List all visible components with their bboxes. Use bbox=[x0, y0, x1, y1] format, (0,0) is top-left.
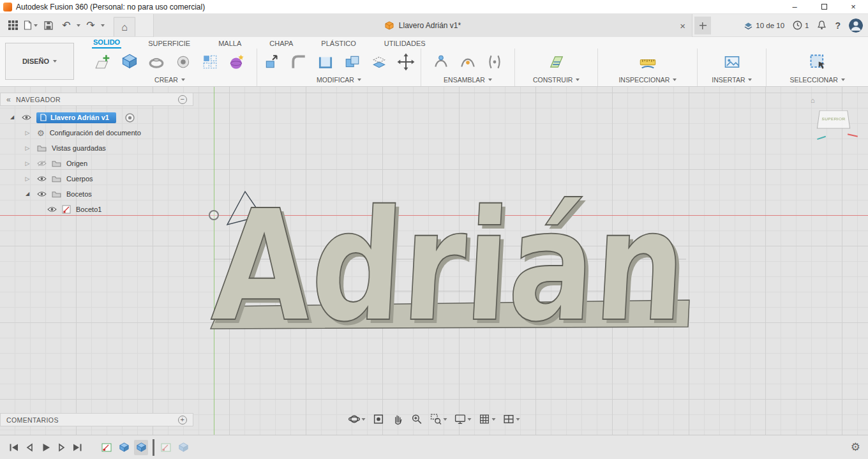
timeline-feature-sketch[interactable] bbox=[100, 440, 114, 455]
timeline-feature-extrude[interactable] bbox=[117, 440, 131, 455]
tab-malla[interactable]: MALLA bbox=[217, 40, 243, 49]
navigator-header[interactable]: « NAVEGADOR − bbox=[0, 93, 193, 106]
navigator-collapse-button[interactable]: − bbox=[178, 95, 187, 104]
insert-tool[interactable] bbox=[721, 51, 743, 73]
pattern-tool[interactable] bbox=[199, 51, 221, 73]
new-document-tab-button[interactable] bbox=[694, 17, 711, 34]
revolve-tool[interactable] bbox=[146, 51, 167, 73]
hole-tool[interactable] bbox=[172, 51, 194, 73]
extrude-tool[interactable] bbox=[119, 51, 140, 73]
create-form-tool[interactable] bbox=[226, 51, 248, 73]
tree-row-saved-views[interactable]: ▷ Vistas guardadas bbox=[0, 140, 193, 156]
group-label-inspeccionar[interactable]: INSPECCIONAR bbox=[618, 75, 677, 86]
document-tab[interactable]: Llavero Adrián v1* × bbox=[153, 14, 692, 37]
comments-expand-button[interactable]: + bbox=[178, 416, 187, 425]
joint-tool[interactable] bbox=[457, 51, 479, 73]
tree-row-document-settings[interactable]: ▷ ⚙ Configuración del documento bbox=[0, 125, 193, 140]
window-minimize-button[interactable]: – bbox=[780, 0, 809, 13]
job-status-button[interactable]: 10 de 10 bbox=[744, 21, 784, 30]
group-label-insertar[interactable]: INSERTAR bbox=[712, 75, 752, 86]
undo-button[interactable]: ↶ bbox=[59, 17, 74, 34]
construction-plane-tool[interactable] bbox=[546, 51, 567, 73]
viewcube[interactable]: ⌂ SUPERIOR bbox=[811, 100, 859, 139]
timeline-go-to-end-button[interactable] bbox=[71, 442, 83, 453]
display-settings-button[interactable] bbox=[453, 412, 473, 426]
viewports-button[interactable] bbox=[502, 412, 521, 426]
timeline-playhead[interactable] bbox=[153, 439, 154, 456]
tab-close-icon[interactable]: × bbox=[680, 21, 685, 31]
measure-tool[interactable] bbox=[637, 51, 659, 73]
select-tool[interactable] bbox=[807, 51, 828, 73]
save-button[interactable] bbox=[41, 17, 56, 34]
undo-history-caret-icon[interactable] bbox=[77, 24, 80, 27]
tab-utilidades[interactable]: UTILIDADES bbox=[383, 40, 427, 49]
viewport-canvas[interactable]: Adrián Adrián ⌂ SUPERIOR « NAVEGADOR − ◢… bbox=[0, 87, 868, 435]
tab-superficie[interactable]: SUPERFICIE bbox=[147, 40, 191, 49]
tab-solido[interactable]: SOLIDO bbox=[92, 38, 121, 49]
comments-header[interactable]: COMENTARIOS + bbox=[0, 413, 193, 426]
orbit-button[interactable] bbox=[347, 412, 367, 426]
account-avatar[interactable] bbox=[849, 19, 863, 33]
root-document-item[interactable]: Llavero Adrián v1 bbox=[36, 112, 116, 123]
expander-icon[interactable]: ◢ bbox=[8, 115, 17, 120]
visibility-eye-icon[interactable] bbox=[37, 191, 47, 197]
collapse-panel-icon[interactable]: « bbox=[6, 96, 11, 103]
grid-snap-button[interactable] bbox=[477, 412, 497, 426]
expander-icon[interactable]: ◢ bbox=[23, 192, 32, 197]
move-copy-tool[interactable] bbox=[395, 51, 417, 73]
as-built-joint-tool[interactable] bbox=[484, 51, 505, 73]
timeline-settings-button[interactable]: ⚙ bbox=[851, 442, 860, 453]
timeline-go-to-start-button[interactable] bbox=[8, 442, 19, 453]
visibility-eye-icon[interactable] bbox=[47, 206, 57, 213]
data-panel-button[interactable] bbox=[5, 17, 20, 34]
expander-icon[interactable]: ▷ bbox=[23, 130, 32, 136]
group-label-seleccionar[interactable]: SELECCIONAR bbox=[789, 75, 844, 86]
viewcube-top-face[interactable]: SUPERIOR bbox=[817, 110, 850, 129]
tree-row-origin[interactable]: ▷ Origen bbox=[0, 156, 193, 171]
redo-button[interactable]: ↷ bbox=[83, 17, 98, 34]
fillet-tool[interactable] bbox=[288, 51, 310, 73]
visibility-eye-off-icon[interactable] bbox=[37, 160, 47, 167]
activate-component-radio[interactable] bbox=[125, 113, 135, 123]
tab-chapa[interactable]: CHAPA bbox=[268, 40, 294, 49]
visibility-eye-icon[interactable] bbox=[37, 176, 47, 182]
notification-center-button[interactable]: 1 bbox=[793, 20, 809, 30]
group-label-construir[interactable]: CONSTRUIR bbox=[533, 75, 580, 86]
tree-row-sketch1[interactable]: Boceto1 bbox=[0, 202, 193, 217]
group-label-modificar[interactable]: MODIFICAR bbox=[317, 75, 361, 86]
home-view-button[interactable]: ⌂ bbox=[114, 17, 135, 36]
group-label-crear[interactable]: CREAR bbox=[154, 75, 185, 86]
model-3d-adrian[interactable]: Adrián Adrián bbox=[201, 183, 696, 342]
help-button[interactable]: ? bbox=[835, 21, 841, 30]
group-label-ensamblar[interactable]: ENSAMBLAR bbox=[444, 75, 492, 86]
window-maximize-button[interactable] bbox=[809, 0, 839, 13]
press-pull-tool[interactable] bbox=[261, 51, 283, 73]
look-at-button[interactable] bbox=[371, 412, 386, 426]
expander-icon[interactable]: ▷ bbox=[23, 176, 32, 182]
tree-row-sketches[interactable]: ◢ Bocetos bbox=[0, 186, 193, 202]
expander-icon[interactable]: ▷ bbox=[23, 146, 32, 151]
redo-history-caret-icon[interactable] bbox=[101, 24, 105, 27]
timeline-feature-extrude-rolled[interactable] bbox=[176, 440, 190, 455]
workspace-selector[interactable]: DISEÑO bbox=[5, 43, 74, 80]
expander-icon[interactable]: ▷ bbox=[23, 161, 32, 167]
combine-tool[interactable] bbox=[341, 51, 363, 73]
file-menu-button[interactable] bbox=[23, 17, 38, 34]
timeline-play-button[interactable] bbox=[40, 442, 51, 453]
timeline-step-forward-button[interactable] bbox=[56, 442, 67, 453]
tab-plastico[interactable]: PLÁSTICO bbox=[320, 40, 357, 49]
zoom-button[interactable] bbox=[410, 412, 424, 426]
viewcube-home-icon[interactable]: ⌂ bbox=[811, 97, 815, 104]
tree-row-bodies[interactable]: ▷ Cuerpos bbox=[0, 171, 193, 186]
visibility-eye-icon[interactable] bbox=[22, 114, 31, 121]
shell-tool[interactable] bbox=[315, 51, 336, 73]
pan-button[interactable] bbox=[391, 412, 405, 426]
zoom-window-button[interactable] bbox=[429, 412, 449, 426]
tree-row-root-document[interactable]: ◢ Llavero Adrián v1 bbox=[0, 110, 193, 125]
new-component-tool[interactable] bbox=[430, 51, 452, 73]
timeline-feature-extrude-selected[interactable] bbox=[134, 440, 148, 455]
alerts-bell-button[interactable] bbox=[817, 20, 827, 30]
timeline-feature-sketch-rolled[interactable] bbox=[159, 440, 173, 455]
offset-face-tool[interactable] bbox=[368, 51, 390, 73]
create-sketch-tool[interactable] bbox=[92, 51, 114, 73]
